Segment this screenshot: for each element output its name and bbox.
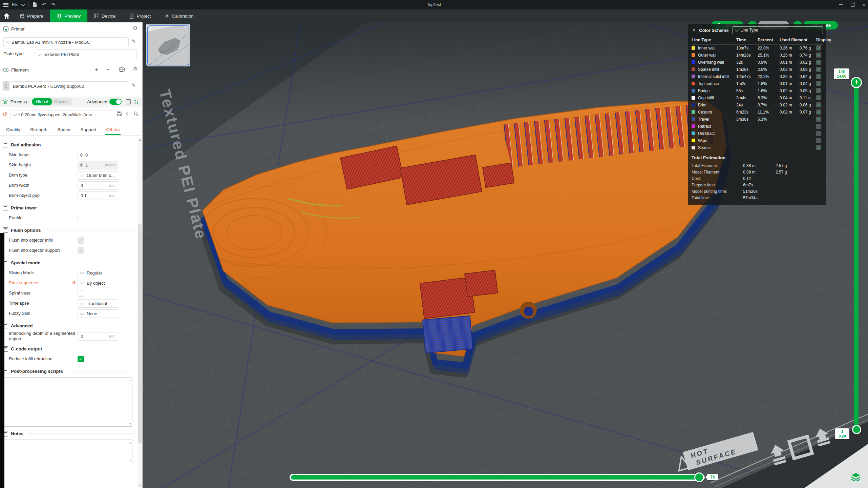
undo-redo[interactable]: ↶↷ bbox=[42, 2, 60, 8]
search-settings-icon[interactable] bbox=[134, 99, 139, 104]
spinner-arrows[interactable] bbox=[80, 153, 83, 157]
scroll-down-icon[interactable]: ▾ bbox=[129, 459, 131, 462]
compare-presets-icon[interactable] bbox=[126, 99, 131, 104]
file-menu-chevron-icon[interactable] bbox=[21, 2, 25, 6]
scope-global[interactable]: Global bbox=[32, 98, 52, 105]
scope-objects[interactable]: Objects bbox=[49, 98, 72, 105]
script-textarea[interactable] bbox=[3, 440, 132, 463]
process-preset-select[interactable]: * 0.20mm flyveduppen_2mmWalls Aero... bbox=[10, 110, 113, 119]
save-preset-icon[interactable] bbox=[117, 111, 122, 117]
legend-row: Gap infill3m4s5.3%0.04 m0.11 g✓ bbox=[692, 94, 823, 101]
advanced-toggle[interactable] bbox=[109, 99, 122, 105]
display-checkbox[interactable]: ✓ bbox=[816, 109, 821, 115]
display-checkbox[interactable] bbox=[816, 131, 821, 136]
param-tab-others[interactable]: Others bbox=[106, 127, 120, 132]
display-checkbox[interactable]: ✓ bbox=[816, 95, 821, 100]
plate-type-select[interactable]: Textured PEI Plate bbox=[35, 49, 137, 59]
display-checkbox[interactable]: ✓ bbox=[816, 117, 821, 122]
select-field[interactable]: Regular bbox=[78, 269, 118, 277]
collapse-panel-icon[interactable]: « bbox=[692, 27, 697, 33]
layer-slider-track[interactable] bbox=[854, 85, 859, 430]
display-checkbox[interactable] bbox=[816, 124, 821, 129]
printer-settings-gear-icon[interactable]: ⚙ bbox=[133, 25, 137, 31]
home-button[interactable] bbox=[0, 9, 13, 22]
undo-icon[interactable]: ↶ bbox=[42, 2, 51, 7]
spin-field[interactable]: 1layers bbox=[78, 161, 118, 169]
display-checkbox[interactable]: ✓ bbox=[816, 53, 821, 58]
param-tab-speed[interactable]: Speed bbox=[57, 127, 70, 132]
tab-prepare[interactable]: Prepare bbox=[13, 9, 50, 22]
scroll-up-icon[interactable]: ▴ bbox=[129, 378, 131, 382]
reset-value-icon[interactable]: ↺ bbox=[71, 280, 76, 286]
color-scheme-mode-select[interactable]: Line Type bbox=[733, 26, 823, 34]
display-checkbox[interactable] bbox=[816, 138, 821, 143]
spin-up-icon[interactable] bbox=[80, 153, 83, 155]
checkbox-unchecked[interactable] bbox=[78, 215, 84, 221]
edit-filament-icon[interactable]: ✎ bbox=[131, 82, 139, 90]
layers-icon[interactable] bbox=[851, 473, 860, 481]
move-slider-handle[interactable] bbox=[694, 472, 704, 482]
input-field[interactable]: 3mm bbox=[78, 181, 118, 190]
param-tab-support[interactable]: Support bbox=[80, 127, 96, 132]
layer-slider-top-handle[interactable]: + bbox=[851, 77, 862, 88]
group-title: Advanced bbox=[11, 323, 33, 328]
display-checkbox[interactable]: ✓ bbox=[816, 74, 821, 79]
select-field[interactable]: By object bbox=[78, 279, 118, 287]
display-checkbox[interactable]: ✓ bbox=[816, 67, 821, 72]
scroll-down-icon[interactable]: ▾ bbox=[129, 422, 131, 426]
redo-icon[interactable]: ↷ bbox=[51, 2, 60, 7]
input-field[interactable]: 0.1mm bbox=[78, 191, 118, 200]
scroll-up-icon[interactable]: ▴ bbox=[129, 441, 131, 444]
spin-down-icon[interactable] bbox=[80, 155, 83, 157]
sidebar-scrollbar[interactable]: ▲ ▼ bbox=[137, 137, 142, 488]
input-field[interactable]: 0mm bbox=[78, 332, 118, 341]
restore-button[interactable] bbox=[851, 3, 854, 7]
display-checkbox[interactable]: ✓ bbox=[816, 45, 821, 50]
display-checkbox[interactable]: ✓ bbox=[816, 60, 821, 65]
display-checkbox[interactable]: ✓ bbox=[816, 102, 821, 107]
display-checkbox[interactable]: ✓ bbox=[816, 88, 821, 93]
delete-preset-icon[interactable]: × bbox=[125, 110, 128, 116]
file-menu[interactable]: File bbox=[12, 2, 18, 7]
tab-project[interactable]: Project bbox=[122, 9, 157, 22]
minimize-button[interactable] bbox=[839, 4, 843, 5]
close-button[interactable]: × bbox=[863, 2, 865, 7]
param-tab-strength[interactable]: Strength bbox=[30, 127, 47, 132]
checkbox-unchecked[interactable] bbox=[78, 290, 84, 297]
plate-thumbnail[interactable] bbox=[146, 24, 190, 66]
layer-slider-bottom-handle[interactable] bbox=[852, 425, 861, 434]
spinner-arrows[interactable] bbox=[80, 163, 83, 167]
hamburger-menu-icon[interactable] bbox=[3, 3, 8, 7]
filament-settings-gear-icon[interactable]: ⚙ bbox=[133, 66, 137, 72]
ams-icon[interactable] bbox=[119, 67, 125, 73]
checkbox-checked[interactable]: ✓ bbox=[78, 247, 84, 254]
spin-field[interactable]: 0 bbox=[78, 151, 118, 159]
edit-printer-icon[interactable]: ✎ bbox=[131, 38, 139, 46]
save-icon[interactable] bbox=[33, 2, 37, 7]
display-checkbox[interactable]: ✓ bbox=[816, 145, 821, 150]
printer-preset-select[interactable]: Bambu Lab A1 mini 0.4 nozzle - ModGC bbox=[3, 37, 129, 47]
scrollbar-thumb[interactable] bbox=[138, 224, 142, 444]
tab-device[interactable]: Device bbox=[87, 9, 122, 22]
script-textarea[interactable] bbox=[3, 377, 132, 427]
tab-calibration[interactable]: Calibration bbox=[157, 9, 200, 22]
display-checkbox[interactable]: ✓ bbox=[816, 81, 821, 86]
spin-down-icon[interactable] bbox=[80, 165, 83, 167]
select-field[interactable]: None bbox=[78, 309, 118, 318]
checkbox-checked[interactable]: ✓ bbox=[78, 356, 84, 362]
spin-up-icon[interactable] bbox=[80, 163, 83, 165]
search-icon[interactable] bbox=[133, 111, 139, 117]
select-field[interactable]: Outer brim o... bbox=[78, 171, 118, 180]
select-field[interactable]: Traditional bbox=[78, 299, 118, 308]
scroll-up-icon[interactable]: ▲ bbox=[139, 138, 142, 141]
filament-preset-select[interactable]: Bambu PLA Aero - ULWing dupp002 bbox=[9, 81, 129, 91]
param-tab-quality[interactable]: Quality bbox=[6, 127, 20, 132]
process-scope-toggle[interactable]: Global Objects bbox=[32, 98, 73, 105]
remove-filament-icon[interactable]: − bbox=[106, 66, 110, 73]
move-slider-track[interactable] bbox=[290, 474, 705, 481]
scroll-down-icon[interactable]: ▼ bbox=[139, 484, 142, 487]
reset-preset-icon[interactable]: ↺ bbox=[3, 111, 7, 118]
tab-preview[interactable]: Preview bbox=[50, 9, 87, 22]
add-filament-icon[interactable]: + bbox=[95, 66, 98, 73]
checkbox-checked[interactable]: ✓ bbox=[78, 237, 84, 244]
